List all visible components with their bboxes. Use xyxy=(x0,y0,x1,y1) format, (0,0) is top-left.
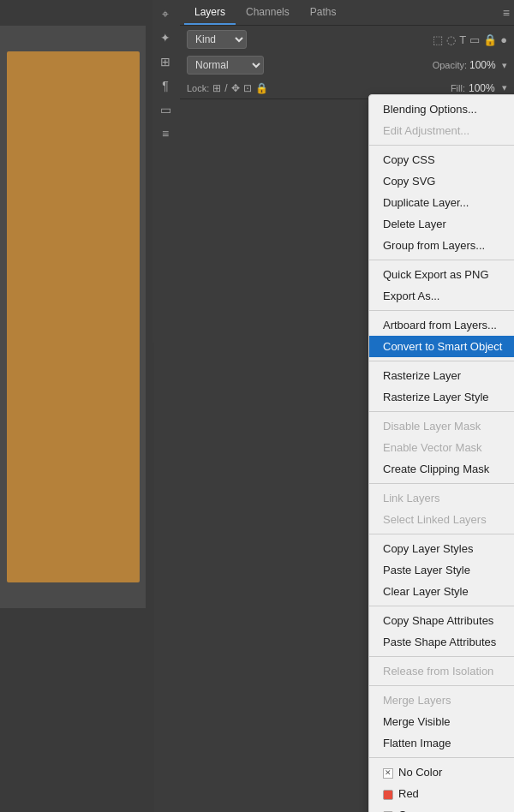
menu-item-merge-visible[interactable]: Merge Visible xyxy=(369,711,514,732)
text-icon[interactable]: ¶ xyxy=(156,76,175,95)
menu-item-clear-layer-style[interactable]: Clear Layer Style xyxy=(369,581,514,602)
menu-item-delete-layer[interactable]: Delete Layer xyxy=(369,213,514,235)
lock-brush-icon[interactable]: / xyxy=(224,82,227,94)
menu-item-blending-options[interactable]: Blending Options... xyxy=(369,99,514,120)
move-icon[interactable]: ✦ xyxy=(156,28,175,47)
menu-separator-4 xyxy=(369,361,514,361)
menu-item-red[interactable]: Red xyxy=(369,783,514,804)
fill-label: Fill: xyxy=(451,83,465,93)
lock-checkerboard-icon[interactable]: ⊞ xyxy=(212,82,221,94)
menu-separator-5 xyxy=(369,411,514,412)
menu-item-duplicate-layer[interactable]: Duplicate Layer... xyxy=(369,192,514,213)
menu-item-group-from-layers[interactable]: Group from Layers... xyxy=(369,235,514,256)
filter-icons: ⬚ ◌ T ▭ 🔒 ● xyxy=(433,33,507,46)
canvas-area xyxy=(0,26,146,608)
menu-separator-11 xyxy=(369,757,514,758)
main-panel: Layers Channels Paths ≡ Kind ⬚ ◌ T ▭ 🔒 ●… xyxy=(180,0,514,812)
filter-shape-icon[interactable]: ▭ xyxy=(469,33,480,46)
menu-item-disable-layer-mask: Disable Layer Mask xyxy=(369,415,514,437)
menu-item-create-clipping-mask[interactable]: Create Clipping Mask xyxy=(369,458,514,480)
filter-row: Kind ⬚ ◌ T ▭ 🔒 ● xyxy=(180,26,514,53)
lock-label: Lock: xyxy=(187,83,209,93)
menu-item-merge-layers: Merge Layers xyxy=(369,690,514,711)
menu-separator-10 xyxy=(369,685,514,686)
mode-row: Normal Opacity: 100% ▾ xyxy=(180,53,514,77)
menu-item-enable-vector-mask: Enable Vector Mask xyxy=(369,437,514,458)
menu-item-quick-export[interactable]: Quick Export as PNG xyxy=(369,264,514,285)
filter-smart-icon[interactable]: 🔒 xyxy=(483,33,497,46)
menu-separator-3 xyxy=(369,310,514,311)
crop-icon[interactable]: ⊞ xyxy=(156,52,175,71)
no-color-swatch xyxy=(383,768,393,779)
shape-icon[interactable]: ▭ xyxy=(156,100,175,119)
lock-move-icon[interactable]: ✥ xyxy=(231,82,240,94)
menu-item-select-linked-layers: Select Linked Layers xyxy=(369,509,514,530)
menu-separator-9 xyxy=(369,656,514,657)
tab-layers[interactable]: Layers xyxy=(184,1,236,25)
menu-item-orange[interactable]: Orange xyxy=(369,804,514,812)
layers-icon[interactable]: ≡ xyxy=(156,124,175,143)
menu-item-no-color[interactable]: No Color xyxy=(369,761,514,783)
panel-menu-icon[interactable]: ≡ xyxy=(503,6,510,20)
menu-separator-7 xyxy=(369,534,514,534)
red-swatch xyxy=(383,790,393,800)
opacity-chevron-icon[interactable]: ▾ xyxy=(502,60,507,71)
fill-value: 100% xyxy=(469,82,499,94)
menu-item-copy-css[interactable]: Copy CSS xyxy=(369,149,514,170)
menu-item-copy-layer-styles[interactable]: Copy Layer Styles xyxy=(369,538,514,559)
opacity-row: Opacity: 100% ▾ xyxy=(433,59,507,71)
filter-pixel-icon[interactable]: ⬚ xyxy=(433,33,443,46)
tool-icons-strip: ⌖ ✦ ⊞ ¶ ▭ ≡ xyxy=(152,0,178,343)
menu-item-convert-smart-object[interactable]: Convert to Smart Object xyxy=(369,336,514,357)
context-menu: Blending Options... Edit Adjustment... C… xyxy=(368,94,514,812)
left-toolbar xyxy=(0,0,154,812)
tab-bar: Layers Channels Paths ≡ xyxy=(180,0,514,26)
menu-item-flatten-image[interactable]: Flatten Image xyxy=(369,732,514,754)
tab-channels[interactable]: Channels xyxy=(236,1,300,25)
menu-item-copy-svg[interactable]: Copy SVG xyxy=(369,170,514,192)
menu-item-paste-layer-style[interactable]: Paste Layer Style xyxy=(369,559,514,581)
menu-item-rasterize-layer[interactable]: Rasterize Layer xyxy=(369,365,514,386)
filter-dot-icon[interactable]: ● xyxy=(500,33,507,46)
lock-all-icon[interactable]: 🔒 xyxy=(255,82,268,94)
menu-separator-6 xyxy=(369,483,514,484)
menu-item-artboard-from-layers[interactable]: Artboard from Layers... xyxy=(369,314,514,336)
menu-item-paste-shape-attributes[interactable]: Paste Shape Attributes xyxy=(369,631,514,653)
blend-mode-select[interactable]: Normal xyxy=(187,56,264,75)
filter-adjustment-icon[interactable]: ◌ xyxy=(446,33,456,46)
menu-item-rasterize-layer-style[interactable]: Rasterize Layer Style xyxy=(369,386,514,408)
fill-chevron-icon[interactable]: ▾ xyxy=(502,82,507,93)
lock-artboard-icon[interactable]: ⊡ xyxy=(243,82,252,94)
menu-item-export-as[interactable]: Export As... xyxy=(369,285,514,307)
menu-separator-8 xyxy=(369,606,514,606)
opacity-value: 100% xyxy=(469,59,499,71)
menu-item-release-from-isolation: Release from Isolation xyxy=(369,660,514,682)
tab-paths[interactable]: Paths xyxy=(300,1,347,25)
menu-separator-1 xyxy=(369,145,514,146)
menu-separator-2 xyxy=(369,260,514,260)
filter-kind-select[interactable]: Kind xyxy=(187,30,247,49)
opacity-label: Opacity: xyxy=(433,60,467,70)
filter-type-icon[interactable]: T xyxy=(459,33,466,46)
menu-item-link-layers: Link Layers xyxy=(369,487,514,509)
menu-item-copy-shape-attributes[interactable]: Copy Shape Attributes xyxy=(369,610,514,631)
canvas-content xyxy=(7,51,140,582)
lasso-icon[interactable]: ⌖ xyxy=(156,4,175,23)
menu-item-edit-adjustment: Edit Adjustment... xyxy=(369,120,514,141)
